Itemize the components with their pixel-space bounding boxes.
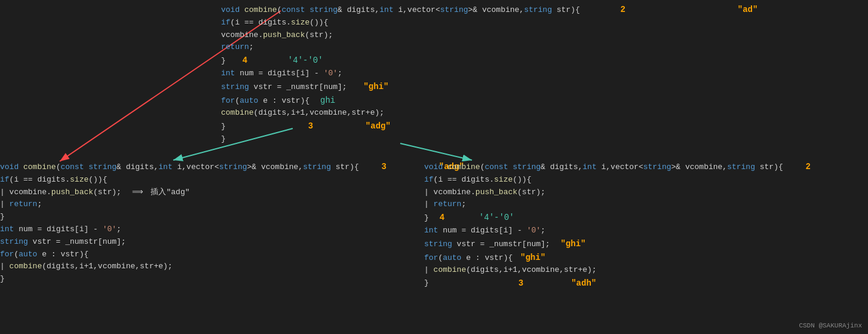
kw-void-top: void [221,5,244,14]
insert-label: 插入"adg" [151,188,189,197]
br-annotation-adh: "adh" [571,277,596,290]
top-annotation-4comment: '4'-'0' [288,56,323,65]
top-annotation-2: 2 [621,5,625,14]
br-annotation-3: 3 [519,277,523,290]
bl-annotation-3: 3 [382,162,387,171]
fn-combine-top: combine [244,5,277,14]
br-annotation-2: 2 [806,162,811,171]
top-annotation-4: 4 [243,56,247,65]
top-annotation-3: 3 [308,121,313,131]
top-annotation-ghi2: ghi [320,96,335,105]
watermark: CSDN @SAKURAjinx [799,322,862,329]
top-code-block: void combine(const string& digits,int i,… [221,3,757,146]
top-annotation-ghi: "ghi" [363,82,388,91]
br-annotation-ghi: "ghi" [560,239,585,249]
svg-line-5 [400,143,472,160]
bottom-left-code-block: void combine(const string& digits,int i,… [0,160,464,286]
top-annotation-ad: "ad" [738,5,758,14]
bottom-right-code-block: void combine(const string& digits,int i,… [424,160,868,290]
br-annotation-4: 4 [440,213,444,222]
top-annotation-adg: "adg" [366,121,391,131]
main-canvas: void combine(const string& digits,int i,… [0,0,868,334]
br-annotation-ghi2: "ghi" [520,253,545,262]
br-annotation-4comment: '4'-'0' [479,213,514,222]
